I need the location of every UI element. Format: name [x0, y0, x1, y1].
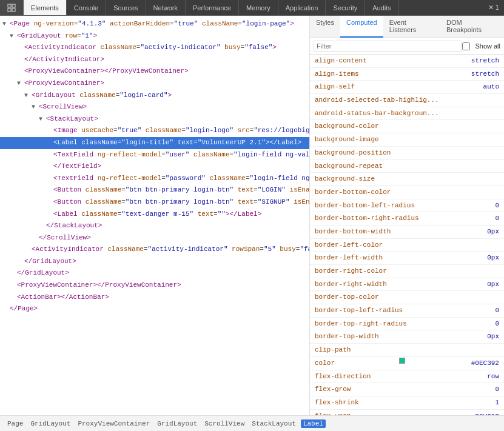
computed-row[interactable]: android-selected-tab-highlig... — [310, 94, 504, 107]
dom-line[interactable]: </StackLayout> — [0, 220, 309, 232]
styles-panel: Styles Computed Event Listeners DOM Brea… — [310, 16, 504, 415]
tab-console[interactable]: Console — [67, 0, 106, 15]
computed-row[interactable]: clip-path — [310, 344, 504, 357]
computed-row[interactable]: background-size — [310, 173, 504, 186]
computed-row[interactable]: background-repeat — [310, 160, 504, 173]
dom-line[interactable]: ▼<GridLayout row="1"> — [0, 30, 309, 42]
computed-row[interactable]: border-right-width0px — [310, 278, 504, 292]
tab-audits[interactable]: Audits — [365, 0, 399, 15]
dom-line[interactable]: <TextField ng-reflect-model="user" class… — [0, 149, 309, 161]
triangle-icon[interactable]: ▼ — [10, 32, 17, 41]
computed-row[interactable]: border-bottom-color — [310, 186, 504, 199]
computed-row[interactable]: color#0EC392 — [310, 357, 504, 370]
tab-security[interactable]: Security — [326, 0, 365, 15]
breadcrumb-item[interactable]: ProxyViewContainer — [75, 419, 152, 428]
prop-name: border-top-width — [315, 331, 379, 342]
dom-line[interactable]: <ActivityIndicator className="activity-i… — [0, 42, 309, 54]
breadcrumb-item[interactable]: ScrollView — [202, 419, 247, 428]
triangle-icon[interactable]: ▼ — [32, 102, 39, 112]
breadcrumb-item[interactable]: Page — [5, 419, 25, 428]
dom-line[interactable]: ▼<ScrollView> — [0, 101, 309, 113]
tab-computed[interactable]: Computed — [340, 16, 383, 38]
dom-line[interactable]: ▼<ProxyViewContainer> — [0, 78, 309, 90]
dom-line[interactable]: </GridLayout> — [0, 267, 309, 279]
tab-console-label: Console — [74, 4, 98, 12]
prop-name: flex-wrap — [315, 410, 351, 415]
prop-name: border-top-right-radius — [315, 318, 407, 330]
tab-sources[interactable]: Sources — [106, 0, 146, 15]
tab-styles[interactable]: Styles — [310, 16, 340, 38]
dom-line[interactable]: </GridLayout> — [0, 256, 309, 268]
prop-value: 0 — [495, 200, 499, 212]
triangle-icon[interactable]: ▼ — [24, 91, 32, 101]
dom-line[interactable]: </ScrollView> — [0, 232, 309, 244]
filter-input[interactable] — [314, 41, 462, 52]
computed-row[interactable]: android-status-bar-backgroun... — [310, 107, 504, 121]
computed-row[interactable]: border-top-right-radius0 — [310, 318, 504, 331]
prop-name: border-bottom-color — [315, 187, 391, 198]
prop-name: border-top-left-radius — [315, 305, 403, 316]
tab-event-listeners[interactable]: Event Listeners — [383, 16, 440, 38]
computed-row[interactable]: align-selfauto — [310, 81, 504, 94]
prop-value: stretch — [471, 68, 499, 80]
breadcrumb-item[interactable]: Label — [301, 419, 326, 428]
triangle-icon[interactable]: ▼ — [39, 115, 46, 124]
triangle-icon[interactable]: ▼ — [2, 19, 10, 29]
dom-line[interactable]: <Label className="login-title" text="Vol… — [0, 137, 309, 149]
computed-row[interactable]: background-position — [310, 147, 504, 160]
tab-network[interactable]: Network — [146, 0, 186, 15]
computed-row[interactable]: border-right-color — [310, 265, 504, 278]
computed-row[interactable]: border-top-color — [310, 291, 504, 304]
breadcrumb-item[interactable]: GridLayout — [155, 419, 200, 428]
triangle-icon[interactable]: ▼ — [17, 79, 24, 89]
prop-value: 0px — [487, 252, 499, 264]
tab-application[interactable]: Application — [278, 0, 326, 15]
computed-row[interactable]: flex-grow0 — [310, 383, 504, 396]
tab-devtools-icon[interactable] — [0, 0, 24, 15]
computed-row[interactable]: border-left-width0px — [310, 252, 504, 265]
computed-row[interactable]: border-top-left-radius0 — [310, 304, 504, 318]
computed-row[interactable]: align-itemsstretch — [310, 68, 504, 81]
dom-line[interactable]: <Button className="btn btn-primary login… — [0, 184, 309, 196]
computed-row[interactable]: border-bottom-left-radius0 — [310, 199, 504, 213]
dom-line[interactable]: <ProxyViewContainer></ProxyViewContainer… — [0, 279, 309, 292]
tab-performance[interactable]: Performance — [186, 0, 239, 15]
dom-line[interactable]: <Button className="btn btn-primary login… — [0, 196, 309, 209]
breadcrumb-item[interactable]: StackLayout — [249, 419, 298, 428]
computed-row[interactable]: background-image — [310, 133, 504, 147]
style-tabs: Styles Computed Event Listeners DOM Brea… — [310, 16, 504, 38]
breadcrumb: PageGridLayoutProxyViewContainerGridLayo… — [0, 415, 504, 431]
dom-line[interactable]: <ActivityIndicator className="activity-i… — [0, 244, 309, 256]
computed-row[interactable]: flex-shrink1 — [310, 396, 504, 410]
computed-row[interactable]: border-bottom-right-radius0 — [310, 212, 504, 226]
triangle-spacer — [46, 126, 53, 136]
computed-row[interactable]: border-left-color — [310, 239, 504, 252]
dom-line[interactable]: <TextField ng-reflect-model="password" c… — [0, 173, 309, 185]
computed-row[interactable]: flex-wrapnowrap — [310, 410, 504, 415]
tab-memory[interactable]: Memory — [239, 0, 278, 15]
close-devtools-button[interactable]: ✕ 1 — [483, 0, 504, 15]
computed-row[interactable]: background-color — [310, 120, 504, 133]
dom-line[interactable]: <Label className="text-danger m-15" text… — [0, 209, 309, 221]
show-all-checkbox[interactable] — [462, 42, 470, 50]
dom-line[interactable]: </ActivityIndicator> — [0, 54, 309, 66]
computed-row[interactable]: flex-directionrow — [310, 370, 504, 384]
dom-line[interactable]: ▼<StackLayout> — [0, 113, 309, 125]
breadcrumb-item[interactable]: GridLayout — [28, 419, 73, 428]
prop-name: background-position — [315, 147, 391, 159]
computed-row[interactable]: border-bottom-width0px — [310, 226, 504, 239]
dom-panel[interactable]: ▼<Page ng-version="4.1.3" actionBarHidde… — [0, 16, 310, 415]
tab-dom-breakpoints[interactable]: DOM Breakpoints — [440, 16, 504, 38]
tab-elements[interactable]: Elements — [24, 0, 67, 15]
computed-row[interactable]: border-top-width0px — [310, 330, 504, 344]
dom-line[interactable]: <Image useCache="true" className="login-… — [0, 125, 309, 137]
computed-row[interactable]: align-contentstretch — [310, 55, 504, 68]
computed-properties-list[interactable]: align-contentstretchalign-itemsstretchal… — [310, 55, 504, 415]
dom-line[interactable]: </Page> — [0, 303, 309, 315]
triangle-spacer — [46, 185, 53, 195]
dom-line[interactable]: ▼<Page ng-version="4.1.3" actionBarHidde… — [0, 18, 309, 30]
dom-line[interactable]: <ActionBar></ActionBar> — [0, 292, 309, 304]
dom-line[interactable]: ▼<GridLayout className="login-card"> — [0, 90, 309, 102]
dom-line[interactable]: <ProxyViewContainer></ProxyViewContainer… — [0, 65, 309, 78]
dom-line[interactable]: </TextField> — [0, 161, 309, 173]
